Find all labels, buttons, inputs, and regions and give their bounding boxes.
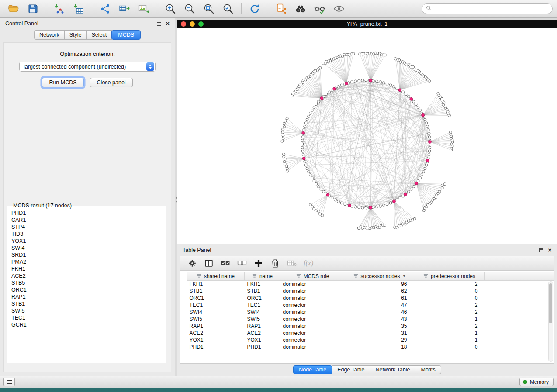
cell-predecessor-nodes: 1 <box>414 330 485 337</box>
import-table-icon[interactable] <box>69 1 88 16</box>
result-node[interactable]: TEC1 <box>11 314 166 321</box>
cell-filler <box>485 323 554 330</box>
tab-network[interactable]: Network <box>34 30 65 40</box>
network-titlebar: YPA_prune.txt_1 <box>177 20 557 28</box>
table-panel: Table Panel × f(x) <box>177 244 557 376</box>
mcds-result-list[interactable]: PHD1CAR1STP4TID3YOX1SWI4SRD1PMA2FKH1ACE2… <box>11 210 166 328</box>
float-panel-icon[interactable] <box>157 22 161 26</box>
result-node[interactable]: STB1 <box>11 300 166 307</box>
deselect-all-icon[interactable] <box>235 257 249 269</box>
cell-mcds-role: dominator <box>280 295 345 302</box>
zoom-selected-icon[interactable] <box>219 1 237 16</box>
result-node[interactable]: PHD1 <box>11 210 166 217</box>
table-row[interactable]: TEC1TEC1connector472 <box>187 302 554 309</box>
select-all-icon[interactable] <box>219 257 232 269</box>
table-row[interactable]: PHD1PHD1dominator180 <box>187 344 554 351</box>
show-columns-icon[interactable] <box>202 257 215 269</box>
result-node[interactable]: SWI5 <box>11 307 166 314</box>
tab-select[interactable]: Select <box>86 30 112 40</box>
result-node[interactable]: ORC1 <box>11 286 166 293</box>
task-list-icon[interactable] <box>3 378 15 386</box>
zoom-out-icon[interactable] <box>180 1 199 16</box>
result-node[interactable]: FKH1 <box>11 265 166 272</box>
search-network-icon[interactable] <box>291 1 310 16</box>
close-panel-button[interactable]: Close panel <box>90 78 133 87</box>
col-successor-nodes[interactable]: successor nodes▼ <box>345 272 414 281</box>
splitter-grip-icon[interactable] <box>175 195 177 204</box>
panel-splitter[interactable] <box>175 18 177 376</box>
function-builder-icon: f(x) <box>304 259 313 267</box>
control-panel-tabs: Network Style Select MCDS <box>0 29 175 42</box>
result-node[interactable]: STP4 <box>11 224 166 230</box>
column-menu-icon <box>423 273 428 279</box>
open-file-icon[interactable] <box>4 1 23 16</box>
import-network-icon[interactable] <box>50 1 69 16</box>
result-node[interactable]: TID3 <box>11 230 166 237</box>
result-node[interactable]: PMA2 <box>11 258 166 265</box>
tab-network-table[interactable]: Network Table <box>370 365 416 374</box>
table-row[interactable]: RAP1RAP1dominator352 <box>187 323 554 330</box>
criterion-dropdown[interactable]: largest connected component (undirected) <box>19 62 156 72</box>
tab-mcds[interactable]: MCDS <box>111 30 141 40</box>
tab-node-table[interactable]: Node Table <box>293 365 332 374</box>
delete-rows-icon[interactable] <box>269 257 282 269</box>
result-node[interactable]: SWI4 <box>11 244 166 251</box>
tab-edge-table[interactable]: Edge Table <box>332 365 370 374</box>
toggle-details-icon[interactable] <box>311 1 329 16</box>
result-node[interactable]: SRD1 <box>11 251 166 258</box>
table-row[interactable]: SWI5SWI5connector431 <box>187 316 554 323</box>
control-panel: Control Panel × Network Style Select MCD… <box>0 18 175 376</box>
save-session-icon[interactable] <box>24 1 42 16</box>
network-canvas[interactable] <box>177 28 557 244</box>
result-node[interactable]: YOX1 <box>11 237 166 244</box>
table-row[interactable]: STB1STB1dominator620 <box>187 288 554 295</box>
refresh-icon[interactable] <box>246 1 264 16</box>
col-mcds-role[interactable]: MCDS role <box>280 272 345 281</box>
table-row[interactable]: ACE2ACE2connector311 <box>187 330 554 337</box>
result-node[interactable]: GCR1 <box>11 321 166 328</box>
float-table-panel-icon[interactable] <box>539 248 543 252</box>
table-row[interactable]: FKH1FKH1dominator962 <box>187 281 554 288</box>
search-input[interactable] <box>434 6 548 12</box>
close-table-panel-icon[interactable]: × <box>548 248 552 252</box>
cell-filler <box>485 288 554 295</box>
app-window: Control Panel × Network Style Select MCD… <box>0 0 557 388</box>
column-menu-icon <box>197 273 201 279</box>
tab-motifs[interactable]: Motifs <box>415 365 441 374</box>
close-panel-icon[interactable]: × <box>166 21 170 26</box>
scrollbar-thumb[interactable] <box>549 283 552 323</box>
result-node[interactable]: ACE2 <box>11 272 166 279</box>
table-settings-icon[interactable] <box>186 257 199 269</box>
col-shared-name[interactable]: shared name <box>187 272 245 281</box>
export-web-icon[interactable] <box>272 1 291 16</box>
table-row[interactable]: SWI4SWI4dominator462 <box>187 309 554 316</box>
result-node[interactable]: STB5 <box>11 279 166 286</box>
zoom-window-icon[interactable] <box>198 21 204 27</box>
result-node[interactable]: CAR1 <box>11 217 166 224</box>
zoom-in-icon[interactable] <box>161 1 180 16</box>
add-row-icon[interactable] <box>252 257 265 269</box>
memory-button[interactable]: Memory <box>519 378 554 386</box>
export-image-icon[interactable] <box>135 1 153 16</box>
result-node[interactable]: RAP1 <box>11 293 166 300</box>
export-table-icon[interactable] <box>115 1 134 16</box>
zoom-fit-icon[interactable] <box>200 1 218 16</box>
show-hide-icon[interactable] <box>330 1 348 16</box>
search-box[interactable] <box>422 3 553 14</box>
col-predecessor-nodes[interactable]: predecessor nodes <box>414 272 485 281</box>
table-row[interactable]: ORC1ORC1dominator610 <box>187 295 554 302</box>
close-window-icon[interactable] <box>181 21 186 27</box>
network-view[interactable] <box>177 28 557 244</box>
col-name[interactable]: name <box>245 272 280 281</box>
run-mcds-button[interactable]: Run MCDS <box>42 78 83 87</box>
cell-name: FKH1 <box>245 281 280 288</box>
table-scrollbar[interactable] <box>548 281 553 362</box>
memory-label: Memory <box>530 379 549 385</box>
table-row[interactable]: YOX1YOX1connector291 <box>187 337 554 344</box>
minimize-window-icon[interactable] <box>190 21 195 27</box>
dropdown-stepper-icon <box>146 62 154 71</box>
tab-style[interactable]: Style <box>64 30 87 40</box>
cell-shared-name: ACE2 <box>187 330 245 337</box>
hide-columns-icon <box>285 257 298 269</box>
export-network-icon[interactable] <box>96 1 114 16</box>
